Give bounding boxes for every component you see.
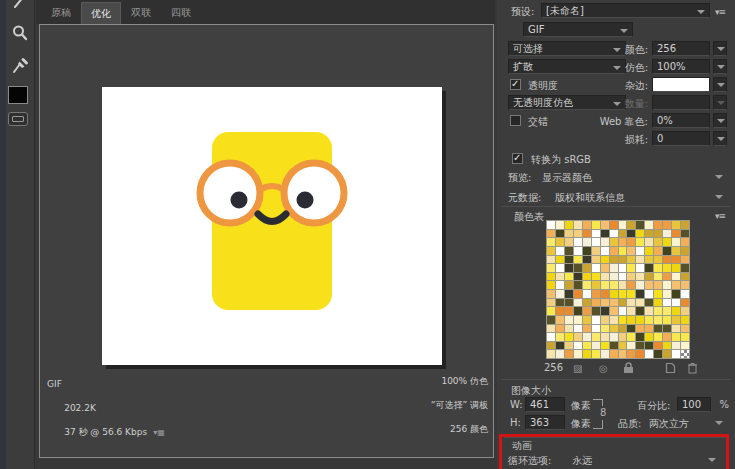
color-swatch[interactable] (592, 281, 600, 289)
color-swatch[interactable] (601, 307, 609, 315)
dither-method-select[interactable]: 扩散 (508, 59, 626, 74)
color-swatch[interactable] (583, 256, 591, 264)
color-swatch[interactable] (547, 273, 555, 281)
color-swatch[interactable] (565, 325, 573, 333)
color-swatch[interactable] (556, 307, 564, 315)
color-swatch[interactable] (672, 264, 680, 272)
color-swatch[interactable] (556, 316, 564, 324)
color-swatch[interactable] (610, 247, 618, 255)
download-speed-menu-icon[interactable]: ▾▦ (153, 427, 165, 439)
color-swatch[interactable] (681, 238, 689, 246)
color-swatch[interactable] (663, 221, 671, 229)
color-swatch[interactable] (627, 238, 635, 246)
color-swatch[interactable] (556, 333, 564, 341)
color-swatch[interactable] (636, 316, 644, 324)
color-swatch[interactable] (610, 264, 618, 272)
color-swatch[interactable] (556, 264, 564, 272)
color-swatch[interactable] (592, 307, 600, 315)
color-swatch[interactable] (654, 299, 662, 307)
color-swatch[interactable] (619, 299, 627, 307)
color-swatch[interactable] (619, 264, 627, 272)
color-swatch[interactable] (574, 307, 582, 315)
color-swatch[interactable] (627, 273, 635, 281)
web-snap-field[interactable]: 0% (652, 113, 710, 128)
color-swatch[interactable] (636, 264, 644, 272)
colors-chevron[interactable] (713, 41, 727, 56)
color-swatch[interactable] (574, 333, 582, 341)
color-swatch[interactable] (583, 325, 591, 333)
color-swatch[interactable] (636, 247, 644, 255)
color-swatch[interactable] (645, 247, 653, 255)
color-swatch[interactable] (627, 256, 635, 264)
lossy-chevron[interactable] (713, 131, 727, 146)
color-swatch[interactable] (681, 273, 689, 281)
color-swatch[interactable] (681, 325, 689, 333)
web-snap-chevron[interactable] (713, 113, 727, 128)
color-swatch[interactable] (627, 281, 635, 289)
color-swatch[interactable] (681, 256, 689, 264)
web-shift-icon[interactable]: ◎ (599, 363, 608, 374)
colors-select[interactable]: 256 (652, 41, 710, 56)
color-swatch[interactable] (601, 333, 609, 341)
color-swatch[interactable] (601, 273, 609, 281)
color-swatch[interactable] (601, 299, 609, 307)
color-swatch[interactable] (619, 221, 627, 229)
dither-chevron[interactable] (713, 59, 727, 74)
color-swatch[interactable] (547, 307, 555, 315)
tab-4up[interactable]: 四联 (162, 2, 200, 24)
download-time-readout[interactable]: 37 秒 @ 56.6 Kbps (64, 427, 147, 437)
color-swatch[interactable] (636, 256, 644, 264)
color-swatch[interactable] (681, 316, 689, 324)
color-swatch[interactable] (619, 350, 627, 358)
quality-chevron[interactable] (715, 421, 723, 425)
color-swatch[interactable] (601, 221, 609, 229)
eyedropper-color-swatch[interactable] (8, 86, 28, 104)
color-swatch[interactable] (583, 316, 591, 324)
color-swatch[interactable] (672, 247, 680, 255)
optimized-preview-pane[interactable]: GIF 202.2K 37 秒 @ 56.6 Kbps▾▦ 100% 仿色 “可… (39, 24, 494, 458)
color-swatch[interactable] (574, 299, 582, 307)
color-swatch[interactable] (565, 290, 573, 298)
color-swatch[interactable] (654, 281, 662, 289)
color-swatch[interactable] (627, 221, 635, 229)
color-swatch[interactable] (565, 264, 573, 272)
color-swatch[interactable] (619, 290, 627, 298)
color-swatch[interactable] (583, 299, 591, 307)
color-swatch[interactable] (636, 238, 644, 246)
color-swatch[interactable] (592, 221, 600, 229)
color-swatch[interactable] (654, 350, 662, 358)
color-swatch[interactable] (592, 238, 600, 246)
color-swatch[interactable] (583, 307, 591, 315)
color-swatch[interactable] (610, 307, 618, 315)
color-swatch[interactable] (636, 333, 644, 341)
color-swatch[interactable] (627, 342, 635, 350)
color-swatch[interactable] (610, 221, 618, 229)
color-swatch[interactable] (619, 316, 627, 324)
color-swatch[interactable] (556, 256, 564, 264)
color-swatch[interactable] (556, 247, 564, 255)
matte-swatch[interactable] (652, 77, 710, 92)
color-swatch[interactable] (681, 247, 689, 255)
color-swatch[interactable] (565, 350, 573, 358)
color-swatch[interactable] (663, 247, 671, 255)
interlaced-checkbox[interactable] (510, 115, 521, 126)
color-swatch[interactable] (636, 273, 644, 281)
color-swatch[interactable] (619, 281, 627, 289)
color-swatch[interactable] (663, 238, 671, 246)
color-swatch[interactable] (592, 342, 600, 350)
color-swatch[interactable] (663, 307, 671, 315)
toggle-slices-icon[interactable] (8, 112, 28, 126)
matte-chevron[interactable] (713, 77, 727, 92)
color-swatch[interactable] (547, 264, 555, 272)
color-swatch[interactable] (654, 325, 662, 333)
color-swatch[interactable] (547, 247, 555, 255)
color-swatch[interactable] (663, 325, 671, 333)
color-swatch[interactable] (645, 264, 653, 272)
color-swatch[interactable] (636, 221, 644, 229)
color-swatch[interactable] (654, 342, 662, 350)
color-swatch[interactable] (592, 325, 600, 333)
color-swatch[interactable] (619, 273, 627, 281)
color-swatch[interactable] (574, 273, 582, 281)
color-swatch[interactable] (583, 247, 591, 255)
color-swatch[interactable] (574, 290, 582, 298)
